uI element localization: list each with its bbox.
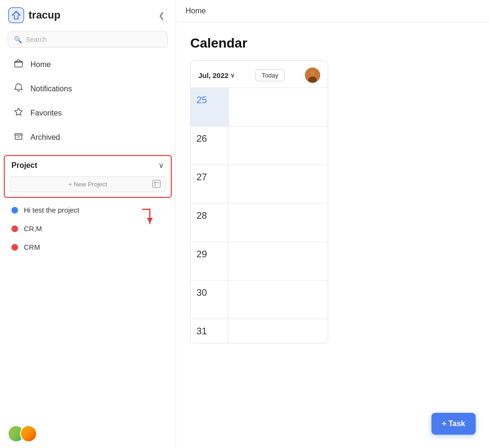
calendar-row-27: 27 [191,165,328,204]
calendar-month-label: Jul, 2022 [198,71,228,79]
calendar-row-29: 29 [191,242,328,281]
calendar-event-cell-27[interactable] [229,165,328,203]
project-section: Project ∨ + New Project [4,155,172,198]
sidebar: tracup ❮ 🔍 Search Home Notifications Fav… [0,0,176,448]
svg-rect-2 [15,134,22,135]
project-list-item[interactable]: CR,M [4,220,172,237]
calendar-day-30: 30 [191,281,229,319]
calendar-event-cell-28[interactable] [229,204,328,242]
app-name: tracup [29,9,60,21]
star-icon [13,107,24,119]
sidebar-item-notifications[interactable]: Notifications [4,77,172,100]
calendar-widget: Jul, 2022 ∨ Today [190,60,328,343]
svg-point-8 [310,71,315,76]
calendar-month-button[interactable]: Jul, 2022 ∨ [198,71,235,79]
sidebar-notifications-label: Notifications [30,85,72,93]
calendar-row-30: 30 [191,281,328,319]
project-dot-blue [11,207,18,214]
calendar-widget-header: Jul, 2022 ∨ Today [191,61,328,88]
day-number-30: 30 [196,287,207,298]
calendar-title: Calendar [190,36,475,51]
avatar-group [8,425,37,442]
day-number-29: 29 [196,249,207,260]
calendar-day-28: 28 [191,204,229,242]
sidebar-home-label: Home [30,60,51,69]
project-list-item[interactable]: CRM [4,238,172,256]
calendar-row-25: 25 [191,88,328,127]
collapse-button[interactable]: ❮ [155,9,168,22]
calendar-event-cell-26[interactable] [229,127,328,165]
new-project-label: + New Project [68,181,107,188]
svg-rect-0 [9,8,24,23]
day-number-27: 27 [196,172,207,183]
add-task-label: + Task [442,419,465,428]
sidebar-favorites-label: Favorites [30,109,62,117]
search-bar[interactable]: 🔍 Search [8,31,168,48]
sidebar-bottom [0,419,176,448]
new-project-button[interactable]: + New Project [10,176,166,192]
project-name-1: Hi test the project [24,206,79,214]
project-section-title: Project [11,161,37,170]
day-number-26: 26 [196,133,207,144]
main-content: Home Calendar Jul, 2022 ∨ Today [176,0,489,448]
sidebar-item-home[interactable]: Home [4,53,172,76]
calendar-event-cell-25[interactable] [229,88,328,126]
new-project-extra-icon [152,179,161,189]
search-icon: 🔍 [14,36,22,43]
calendar-day-25: 25 [191,88,229,126]
logo-area: tracup [8,7,60,24]
project-list-item[interactable]: Hi test the project [4,201,172,219]
home-icon [13,58,24,70]
project-name-2: CR,M [24,224,42,233]
calendar-event-cell-29[interactable] [229,242,328,280]
project-chevron-icon: ∨ [158,161,164,170]
calendar-row-26: 26 [191,127,328,165]
calendar-day-29: 29 [191,242,229,280]
calendar-day-27: 27 [191,165,229,203]
calendar-month-chevron-icon: ∨ [230,72,235,79]
project-dot-red-1 [11,225,18,232]
calendar-area: Calendar Jul, 2022 ∨ Today [176,22,489,448]
svg-rect-3 [153,180,160,187]
day-number-28: 28 [196,210,207,221]
search-placeholder: Search [26,36,47,43]
avatar-2[interactable] [20,425,37,442]
add-task-button[interactable]: + Task [431,413,476,435]
archive-icon [13,131,24,143]
bell-icon [13,83,24,95]
sidebar-archived-label: Archived [30,133,60,142]
today-button[interactable]: Today [255,69,284,81]
logo-icon [8,7,25,24]
calendar-day-31: 31 [191,319,229,343]
sidebar-item-archived[interactable]: Archived [4,126,172,149]
sidebar-header: tracup ❮ [0,0,176,29]
top-bar: Home [176,0,489,22]
calendar-user-avatar[interactable] [305,68,320,83]
project-dot-red-2 [11,244,18,251]
calendar-event-cell-30[interactable] [229,281,328,319]
day-number-31: 31 [196,326,207,337]
project-section-header[interactable]: Project ∨ [5,156,171,175]
topbar-label: Home [186,7,206,15]
calendar-row-28: 28 [191,204,328,242]
calendar-grid[interactable]: 25 26 27 [191,88,328,343]
day-number-25: 25 [196,95,207,106]
sidebar-item-favorites[interactable]: Favorites [4,101,172,125]
project-name-3: CRM [24,243,40,251]
calendar-event-cell-31[interactable] [229,319,328,343]
calendar-day-26: 26 [191,127,229,165]
calendar-row-31: 31 [191,319,328,343]
